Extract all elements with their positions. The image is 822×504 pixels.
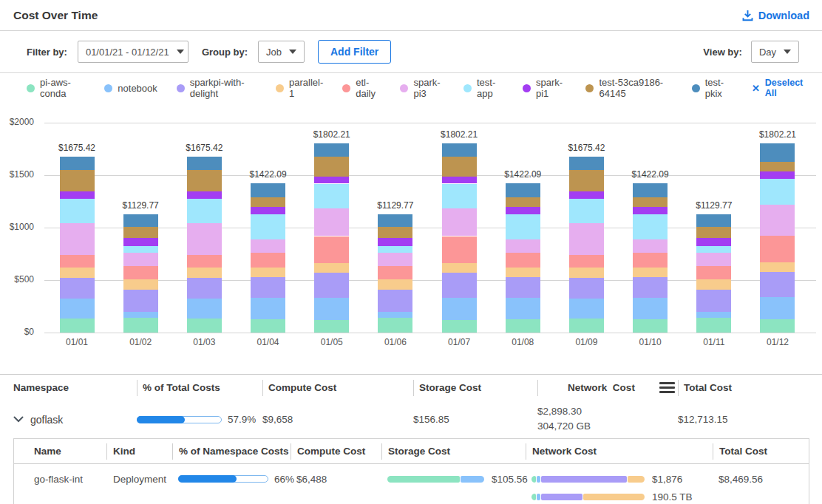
col-storage-cost[interactable]: Storage Cost — [381, 439, 526, 463]
bar-segment-test-53ca9186-64145[interactable] — [251, 197, 285, 207]
bar-segment-parallel-1[interactable] — [314, 263, 349, 273]
bar-segment-sparkpi-with-delight[interactable] — [123, 290, 158, 312]
date-range-select[interactable]: 01/01/21 - 01/12/21 — [78, 41, 188, 63]
bar-segment-test-app[interactable] — [569, 199, 604, 223]
bar-segment-test-pkix[interactable] — [506, 183, 540, 197]
bar-segment-spark-pi3[interactable] — [251, 239, 285, 252]
chevron-down-icon[interactable] — [13, 416, 24, 423]
bar-segment-etl-daily[interactable] — [123, 266, 158, 279]
legend-item-pi-aws-conda[interactable]: pi-aws-conda — [27, 77, 85, 99]
bar-segment-pi-aws-conda[interactable] — [569, 319, 604, 333]
col-compute-cost[interactable]: Compute Cost — [291, 439, 381, 463]
namespace-row[interactable]: goflask 57.9% $9,658 $156.85 $2,898.30 3… — [0, 401, 822, 438]
bar-segment-test-app[interactable] — [187, 199, 222, 223]
col-pct-namespace-costs[interactable]: % of Namespace Costs — [172, 439, 291, 463]
bar-segment-etl-daily[interactable] — [760, 236, 795, 262]
legend-item-spark-pi1[interactable]: spark-pi1 — [523, 77, 566, 99]
col-storage-cost[interactable]: Storage Cost — [413, 375, 537, 401]
bar-segment-test-pkix[interactable] — [633, 183, 668, 197]
bar-segment-notebook[interactable] — [251, 298, 285, 319]
bar-segment-spark-pi3[interactable] — [696, 253, 731, 266]
bar-segment-spark-pi3[interactable] — [314, 208, 349, 236]
bar-segment-parallel-1[interactable] — [251, 268, 285, 277]
col-namespace[interactable]: Namespace — [13, 375, 137, 401]
bar-segment-pi-aws-conda[interactable] — [378, 318, 412, 333]
bar-segment-pi-aws-conda[interactable] — [633, 319, 668, 333]
bar-segment-test-53ca9186-64145[interactable] — [314, 157, 349, 177]
col-total-cost[interactable]: Total Cost — [713, 439, 809, 463]
legend-item-test-app[interactable]: test-app — [463, 77, 503, 99]
bar-segment-test-app[interactable] — [442, 184, 477, 209]
bar-segment-etl-daily[interactable] — [60, 255, 95, 268]
legend-item-spark-pi3[interactable]: spark-pi3 — [400, 77, 444, 99]
bar-segment-test-53ca9186-64145[interactable] — [569, 170, 604, 191]
bar-segment-test-app[interactable] — [123, 246, 158, 253]
legend-item-parallel-1[interactable]: parallel-1 — [276, 77, 323, 99]
bar-segment-parallel-1[interactable] — [506, 268, 540, 277]
column-settings-icon[interactable] — [659, 380, 675, 396]
bar-segment-spark-pi1[interactable] — [442, 177, 477, 184]
legend-item-sparkpi-with-delight[interactable]: sparkpi-with-delight — [177, 77, 257, 99]
bar-segment-sparkpi-with-delight[interactable] — [60, 278, 95, 299]
bar-segment-parallel-1[interactable] — [633, 268, 668, 277]
col-kind[interactable]: Kind — [106, 439, 172, 463]
bar-segment-pi-aws-conda[interactable] — [442, 320, 477, 333]
bar-segment-parallel-1[interactable] — [569, 268, 604, 278]
bar-segment-test-53ca9186-64145[interactable] — [123, 227, 158, 237]
bar-segment-test-53ca9186-64145[interactable] — [633, 197, 668, 207]
bar-segment-spark-pi1[interactable] — [633, 207, 668, 214]
bar-segment-test-app[interactable] — [60, 199, 95, 223]
bar-segment-parallel-1[interactable] — [123, 279, 158, 290]
bar-segment-notebook[interactable] — [187, 299, 222, 319]
download-button[interactable]: Download — [742, 10, 809, 21]
bar-segment-etl-daily[interactable] — [378, 266, 412, 279]
bar-segment-test-53ca9186-64145[interactable] — [60, 170, 95, 191]
col-pct-total-costs[interactable]: % of Total Costs — [137, 375, 262, 401]
bar-segment-parallel-1[interactable] — [696, 279, 731, 290]
bar-segment-spark-pi3[interactable] — [60, 223, 95, 255]
bar-segment-notebook[interactable] — [442, 298, 477, 320]
bar-segment-test-pkix[interactable] — [314, 143, 349, 157]
bar-segment-etl-daily[interactable] — [633, 253, 668, 268]
bar-segment-notebook[interactable] — [506, 298, 540, 319]
bar-segment-notebook[interactable] — [123, 312, 158, 319]
bar-segment-notebook[interactable] — [696, 312, 731, 319]
bar-segment-sparkpi-with-delight[interactable] — [187, 278, 222, 299]
add-filter-button[interactable]: Add Filter — [318, 40, 391, 64]
col-network-cost[interactable]: Network Cost — [526, 439, 713, 463]
bar-segment-spark-pi3[interactable] — [187, 223, 222, 255]
bar-segment-pi-aws-conda[interactable] — [187, 319, 222, 333]
bar-segment-etl-daily[interactable] — [251, 253, 285, 268]
bar-segment-notebook[interactable] — [60, 299, 95, 319]
bar-segment-test-53ca9186-64145[interactable] — [378, 227, 412, 237]
bar-segment-etl-daily[interactable] — [506, 253, 540, 268]
bar-segment-pi-aws-conda[interactable] — [696, 318, 731, 333]
bar-segment-spark-pi1[interactable] — [60, 191, 95, 199]
bar-segment-parallel-1[interactable] — [442, 263, 477, 273]
bar-segment-spark-pi3[interactable] — [378, 253, 412, 266]
bar-segment-notebook[interactable] — [378, 312, 412, 319]
bar-segment-etl-daily[interactable] — [696, 266, 731, 279]
bar-segment-spark-pi1[interactable] — [123, 238, 158, 246]
bar-segment-etl-daily[interactable] — [187, 255, 222, 268]
legend-item-etl-daily[interactable]: etl-daily — [342, 77, 381, 99]
bar-segment-spark-pi1[interactable] — [251, 207, 285, 214]
bar-segment-spark-pi3[interactable] — [123, 253, 158, 266]
bar-segment-spark-pi3[interactable] — [442, 208, 477, 236]
group-by-select[interactable]: Job — [258, 41, 305, 63]
bar-segment-test-app[interactable] — [696, 246, 731, 253]
bar-segment-test-pkix[interactable] — [442, 143, 477, 157]
bar-segment-etl-daily[interactable] — [569, 255, 604, 268]
bar-segment-test-app[interactable] — [251, 214, 285, 239]
bar-segment-test-app[interactable] — [760, 179, 795, 205]
bar-segment-etl-daily[interactable] — [442, 236, 477, 263]
bar-segment-sparkpi-with-delight[interactable] — [442, 273, 477, 298]
bar-segment-spark-pi1[interactable] — [696, 238, 731, 246]
bar-segment-sparkpi-with-delight[interactable] — [696, 290, 731, 312]
bar-segment-spark-pi1[interactable] — [760, 171, 795, 179]
bar-segment-test-app[interactable] — [378, 246, 412, 253]
bar-segment-sparkpi-with-delight[interactable] — [378, 290, 412, 312]
bar-segment-pi-aws-conda[interactable] — [251, 319, 285, 333]
workload-row[interactable]: go-flask-int Deployment 66% $6,488 $105.… — [14, 464, 809, 504]
bar-segment-sparkpi-with-delight[interactable] — [251, 277, 285, 298]
